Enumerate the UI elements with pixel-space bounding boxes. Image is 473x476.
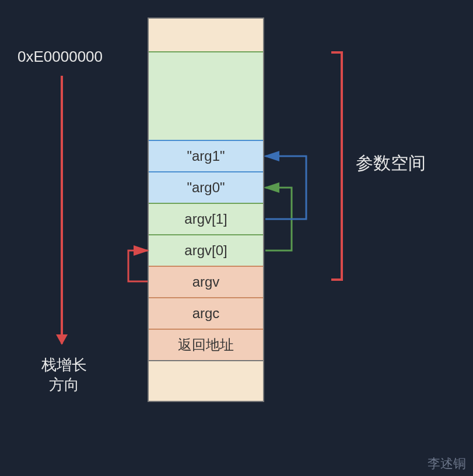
cell-argv1: argv[1]: [149, 203, 263, 234]
cell-arg-space: [149, 51, 263, 140]
param-space-bracket: [331, 51, 343, 281]
cell-argc: argc: [149, 297, 263, 329]
address-label: 0xE0000000: [17, 48, 103, 66]
stack-growth-arrow: [61, 76, 63, 344]
param-space-label: 参数空间: [356, 151, 426, 175]
cell-arg1-string: "arg1": [149, 140, 263, 171]
cell-spacer-top: [149, 19, 263, 51]
cell-argv: argv: [149, 266, 263, 297]
arrow-argv0-to-arg0: [265, 188, 292, 251]
cell-arg0-string: "arg0": [149, 171, 263, 203]
watermark: 李述铜: [428, 455, 466, 473]
cell-argv0: argv[0]: [149, 234, 263, 266]
cell-spacer-bottom: [149, 360, 263, 401]
cell-return-addr: 返回地址: [149, 329, 263, 360]
stack-growth-label: 栈增长 方向: [35, 355, 93, 395]
growth-line2: 方向: [49, 376, 79, 393]
growth-line1: 栈增长: [41, 356, 87, 373]
arrow-argv-to-argv0: [128, 251, 148, 281]
stack-column: "arg1" "arg0" argv[1] argv[0] argv argc …: [148, 17, 264, 402]
arrow-argv1-to-arg1: [265, 156, 306, 219]
